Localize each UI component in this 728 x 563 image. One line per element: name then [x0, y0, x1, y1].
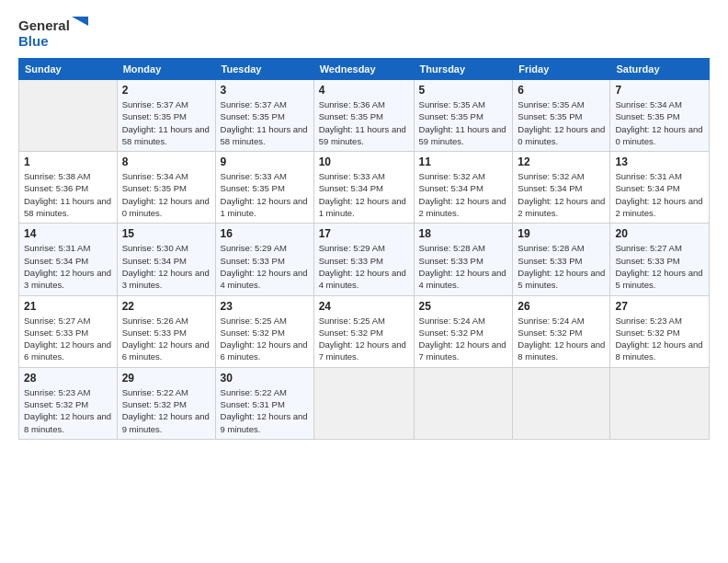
day-info: Sunrise: 5:32 AMSunset: 5:34 PMDaylight:… — [518, 170, 605, 219]
day-info: Sunrise: 5:31 AMSunset: 5:34 PMDaylight:… — [24, 242, 112, 291]
day-number: 19 — [518, 227, 605, 240]
day-info: Sunrise: 5:30 AMSunset: 5:34 PMDaylight:… — [122, 242, 210, 291]
calendar-day-cell: 18Sunrise: 5:28 AMSunset: 5:33 PMDayligh… — [414, 224, 513, 295]
logo-general: General — [18, 17, 70, 33]
day-info: Sunrise: 5:27 AMSunset: 5:33 PMDaylight:… — [615, 242, 704, 291]
calendar-day-cell: 21Sunrise: 5:27 AMSunset: 5:33 PMDayligh… — [19, 295, 118, 367]
day-number: 11 — [419, 155, 508, 168]
day-info: Sunrise: 5:37 AMSunset: 5:35 PMDaylight:… — [122, 98, 210, 147]
day-info: Sunrise: 5:32 AMSunset: 5:34 PMDaylight:… — [419, 170, 508, 219]
calendar-day-cell: 6Sunrise: 5:35 AMSunset: 5:35 PMDaylight… — [513, 80, 610, 152]
day-number: 6 — [518, 84, 605, 97]
day-info: Sunrise: 5:36 AMSunset: 5:35 PMDaylight:… — [319, 98, 409, 147]
day-number: 17 — [319, 227, 409, 240]
calendar-day-cell: 19Sunrise: 5:28 AMSunset: 5:33 PMDayligh… — [513, 224, 610, 295]
calendar-day-cell: 17Sunrise: 5:29 AMSunset: 5:33 PMDayligh… — [313, 224, 414, 295]
page-header: General Blue — [18, 17, 710, 49]
day-info: Sunrise: 5:22 AMSunset: 5:32 PMDaylight:… — [122, 386, 210, 435]
day-info: Sunrise: 5:28 AMSunset: 5:33 PMDaylight:… — [419, 242, 508, 291]
calendar-day-cell: 16Sunrise: 5:29 AMSunset: 5:33 PMDayligh… — [215, 224, 313, 295]
day-number: 28 — [24, 372, 112, 385]
logo-graphic: General Blue — [18, 17, 88, 49]
calendar-day-cell: 8Sunrise: 5:34 AMSunset: 5:35 PMDaylight… — [117, 152, 215, 224]
logo-blue: Blue — [18, 33, 49, 49]
calendar-day-cell: 13Sunrise: 5:31 AMSunset: 5:34 PMDayligh… — [610, 152, 710, 224]
day-number: 12 — [518, 155, 605, 168]
day-number: 10 — [319, 155, 409, 168]
calendar-day-cell: 23Sunrise: 5:25 AMSunset: 5:32 PMDayligh… — [215, 295, 313, 367]
day-number: 2 — [122, 84, 210, 97]
day-number: 30 — [221, 372, 309, 385]
day-number: 4 — [319, 84, 409, 97]
day-number: 16 — [221, 227, 309, 240]
calendar-day-cell: 10Sunrise: 5:33 AMSunset: 5:34 PMDayligh… — [313, 152, 414, 224]
calendar-week-row: 2Sunrise: 5:37 AMSunset: 5:35 PMDaylight… — [19, 80, 710, 152]
day-number: 1 — [24, 155, 112, 168]
weekday-header-cell: Wednesday — [313, 59, 414, 80]
weekday-header-cell: Saturday — [610, 59, 710, 80]
calendar-day-cell: 2Sunrise: 5:37 AMSunset: 5:35 PMDaylight… — [117, 80, 215, 152]
weekday-header-row: SundayMondayTuesdayWednesdayThursdayFrid… — [19, 59, 710, 80]
day-number: 24 — [319, 300, 409, 313]
day-info: Sunrise: 5:24 AMSunset: 5:32 PMDaylight:… — [518, 315, 605, 363]
calendar-day-cell: 15Sunrise: 5:30 AMSunset: 5:34 PMDayligh… — [117, 224, 215, 295]
day-number: 13 — [615, 155, 704, 168]
svg-marker-0 — [72, 17, 88, 26]
day-info: Sunrise: 5:38 AMSunset: 5:36 PMDaylight:… — [24, 170, 112, 219]
day-info: Sunrise: 5:28 AMSunset: 5:33 PMDaylight:… — [518, 242, 605, 291]
day-info: Sunrise: 5:23 AMSunset: 5:32 PMDaylight:… — [615, 315, 704, 363]
day-info: Sunrise: 5:29 AMSunset: 5:33 PMDaylight:… — [319, 242, 409, 291]
calendar-day-cell: 27Sunrise: 5:23 AMSunset: 5:32 PMDayligh… — [610, 295, 710, 367]
calendar-day-cell: 29Sunrise: 5:22 AMSunset: 5:32 PMDayligh… — [117, 367, 215, 439]
calendar-week-row: 21Sunrise: 5:27 AMSunset: 5:33 PMDayligh… — [19, 295, 710, 367]
day-info: Sunrise: 5:27 AMSunset: 5:33 PMDaylight:… — [24, 315, 112, 363]
weekday-header-cell: Tuesday — [215, 59, 313, 80]
calendar-day-cell: 30Sunrise: 5:22 AMSunset: 5:31 PMDayligh… — [215, 367, 313, 439]
day-number: 29 — [122, 372, 210, 385]
day-info: Sunrise: 5:24 AMSunset: 5:32 PMDaylight:… — [419, 315, 508, 363]
calendar-day-cell: 5Sunrise: 5:35 AMSunset: 5:35 PMDaylight… — [414, 80, 513, 152]
day-number: 20 — [615, 227, 704, 240]
day-number: 25 — [419, 300, 508, 313]
logo: General Blue — [18, 17, 88, 49]
day-number: 23 — [221, 300, 309, 313]
calendar-day-cell: 25Sunrise: 5:24 AMSunset: 5:32 PMDayligh… — [414, 295, 513, 367]
calendar-body: 2Sunrise: 5:37 AMSunset: 5:35 PMDaylight… — [19, 80, 710, 440]
calendar-day-cell: 28Sunrise: 5:23 AMSunset: 5:32 PMDayligh… — [19, 367, 118, 439]
day-number: 3 — [221, 84, 309, 97]
day-number: 8 — [122, 155, 210, 168]
calendar-day-cell: 4Sunrise: 5:36 AMSunset: 5:35 PMDaylight… — [313, 80, 414, 152]
day-info: Sunrise: 5:29 AMSunset: 5:33 PMDaylight:… — [221, 242, 309, 291]
day-info: Sunrise: 5:34 AMSunset: 5:35 PMDaylight:… — [615, 98, 704, 147]
day-number: 26 — [518, 300, 605, 313]
calendar-day-cell: 3Sunrise: 5:37 AMSunset: 5:35 PMDaylight… — [215, 80, 313, 152]
calendar-day-cell — [313, 367, 414, 439]
calendar-day-cell: 20Sunrise: 5:27 AMSunset: 5:33 PMDayligh… — [610, 224, 710, 295]
day-number: 14 — [24, 227, 112, 240]
day-info: Sunrise: 5:35 AMSunset: 5:35 PMDaylight:… — [419, 98, 508, 147]
day-info: Sunrise: 5:37 AMSunset: 5:35 PMDaylight:… — [221, 98, 309, 147]
day-number: 9 — [221, 155, 309, 168]
calendar-day-cell: 14Sunrise: 5:31 AMSunset: 5:34 PMDayligh… — [19, 224, 118, 295]
day-info: Sunrise: 5:22 AMSunset: 5:31 PMDaylight:… — [221, 386, 309, 435]
calendar-day-cell: 12Sunrise: 5:32 AMSunset: 5:34 PMDayligh… — [513, 152, 610, 224]
calendar-week-row: 14Sunrise: 5:31 AMSunset: 5:34 PMDayligh… — [19, 224, 710, 295]
weekday-header-cell: Monday — [117, 59, 215, 80]
day-info: Sunrise: 5:33 AMSunset: 5:35 PMDaylight:… — [221, 170, 309, 219]
calendar-day-cell — [414, 367, 513, 439]
calendar-day-cell — [19, 80, 118, 152]
logo-arrow-icon — [72, 17, 88, 33]
day-number: 22 — [122, 300, 210, 313]
calendar-day-cell: 9Sunrise: 5:33 AMSunset: 5:35 PMDaylight… — [215, 152, 313, 224]
calendar-week-row: 28Sunrise: 5:23 AMSunset: 5:32 PMDayligh… — [19, 367, 710, 439]
weekday-header-cell: Thursday — [414, 59, 513, 80]
day-info: Sunrise: 5:23 AMSunset: 5:32 PMDaylight:… — [24, 386, 112, 435]
day-info: Sunrise: 5:25 AMSunset: 5:32 PMDaylight:… — [319, 315, 409, 363]
calendar-day-cell: 7Sunrise: 5:34 AMSunset: 5:35 PMDaylight… — [610, 80, 710, 152]
day-info: Sunrise: 5:31 AMSunset: 5:34 PMDaylight:… — [615, 170, 704, 219]
day-info: Sunrise: 5:33 AMSunset: 5:34 PMDaylight:… — [319, 170, 409, 219]
calendar-day-cell — [610, 367, 710, 439]
day-number: 18 — [419, 227, 508, 240]
day-info: Sunrise: 5:34 AMSunset: 5:35 PMDaylight:… — [122, 170, 210, 219]
calendar-day-cell: 22Sunrise: 5:26 AMSunset: 5:33 PMDayligh… — [117, 295, 215, 367]
